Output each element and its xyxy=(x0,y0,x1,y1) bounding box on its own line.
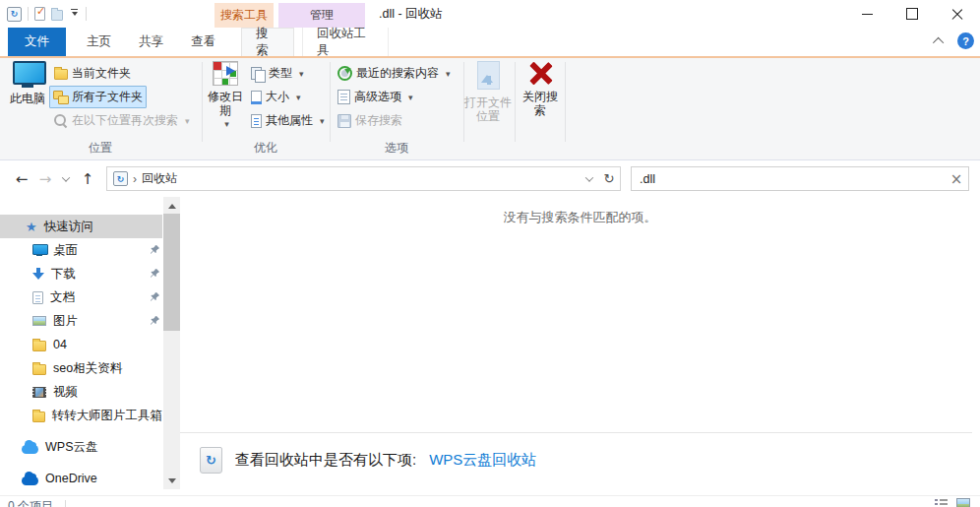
separator xyxy=(65,500,66,507)
recycle-bin-icon xyxy=(200,447,222,474)
body: ★ 快速访问 桌面 下载 文档 xyxy=(0,197,980,495)
new-folder-icon[interactable] xyxy=(51,10,63,21)
tab-share[interactable]: 共享 xyxy=(125,28,177,56)
large-icons-view-icon[interactable] xyxy=(956,498,970,507)
pin-icon[interactable] xyxy=(150,291,160,302)
contextual-header-search-tools[interactable]: 搜索工具 xyxy=(214,3,274,28)
folder-icon xyxy=(54,69,68,80)
pin-icon[interactable] xyxy=(150,315,160,326)
minimize-button[interactable] xyxy=(844,0,889,28)
no-results-message: 没有与搜索条件匹配的项。 xyxy=(180,209,980,226)
up-button[interactable]: ↑ xyxy=(75,170,100,188)
group-label-refine: 优化 xyxy=(203,140,329,157)
date-modified-label: 修改日期 xyxy=(205,90,246,117)
properties-icon[interactable] xyxy=(34,7,45,21)
window-controls xyxy=(844,0,980,28)
recent-locations-dropdown-icon[interactable] xyxy=(57,176,75,182)
sidebar-item-downloads[interactable]: 下载 xyxy=(0,262,162,285)
sidebar-item-onedrive[interactable]: OneDrive xyxy=(0,467,162,490)
address-dropdown-icon[interactable] xyxy=(581,167,598,190)
all-subfolders-button[interactable]: 所有子文件夹 xyxy=(49,86,147,108)
file-list-pane: 没有与搜索条件匹配的项。 查看回收站中是否有以下项: WPS云盘回收站 xyxy=(180,197,980,495)
window-title: .dll - 回收站 xyxy=(379,0,443,28)
date-modified-button[interactable]: 修改日期 xyxy=(205,61,246,131)
ribbon-tab-row: 文件 主页 共享 查看 搜索 回收站工具 xyxy=(0,28,980,56)
open-file-location-icon xyxy=(475,61,501,92)
properties-icon xyxy=(251,114,262,128)
videos-icon xyxy=(32,387,46,398)
close-button[interactable] xyxy=(935,0,980,28)
breadcrumb-chevron-icon: › xyxy=(133,172,137,186)
advanced-options-button[interactable]: 高级选项 xyxy=(335,86,416,108)
tab-recycle-bin-tools[interactable]: 回收站工具 xyxy=(302,28,389,56)
other-properties-button[interactable]: 其他属性 xyxy=(248,109,328,132)
tab-file[interactable]: 文件 xyxy=(8,28,66,56)
sidebar-item-seo[interactable]: seo相关资料 xyxy=(0,356,162,380)
size-button[interactable]: 大小 xyxy=(248,86,304,108)
kind-button[interactable]: 类型 xyxy=(248,62,307,85)
clear-search-icon[interactable]: × xyxy=(945,170,968,188)
tab-view[interactable]: 查看 xyxy=(177,28,229,56)
save-search-button[interactable]: 保存搜索 xyxy=(335,109,405,132)
sidebar-item-wps-cloud[interactable]: WPS云盘 xyxy=(0,435,162,459)
group-separator xyxy=(202,62,203,142)
status-bar: 0 个项目 xyxy=(0,495,980,507)
close-search-button[interactable]: 关闭搜索 xyxy=(519,61,562,117)
forward-button[interactable]: → xyxy=(33,170,57,188)
refresh-icon[interactable]: ↻ xyxy=(598,167,620,190)
contextual-header-manage[interactable]: 管理 xyxy=(278,3,365,28)
search-icon xyxy=(54,114,68,127)
recent-searches-button[interactable]: 最近的搜索内容 xyxy=(335,62,454,85)
scroll-down-icon[interactable] xyxy=(163,473,180,489)
wps-cloud-icon xyxy=(22,445,38,454)
sidebar-scrollbar[interactable] xyxy=(163,197,180,489)
help-icon[interactable] xyxy=(957,32,974,49)
desktop-icon xyxy=(32,244,46,256)
onedrive-icon xyxy=(22,476,38,485)
maximize-button[interactable] xyxy=(889,0,935,28)
breadcrumb[interactable]: › 回收站 xyxy=(107,170,581,187)
group-label-options: 选项 xyxy=(331,140,462,157)
sidebar-item-zhuanzhuan[interactable]: 转转大师图片工具箱 xyxy=(0,404,162,427)
customize-toolbar-dropdown-icon[interactable] xyxy=(69,9,80,19)
navigation-pane: ★ 快速访问 桌面 下载 文档 xyxy=(0,197,180,495)
scroll-up-icon[interactable] xyxy=(163,197,180,214)
wps-recycle-link[interactable]: WPS云盘回收站 xyxy=(429,451,536,470)
quick-access-toolbar xyxy=(0,7,87,22)
open-file-location-label: 打开文件位置 xyxy=(462,95,514,123)
separator xyxy=(86,7,87,21)
details-view-icon[interactable] xyxy=(935,498,948,507)
sidebar-item-videos[interactable]: 视频 xyxy=(0,380,162,404)
search-again-in-button[interactable]: 在以下位置再次搜索 xyxy=(51,109,193,132)
this-pc-button[interactable]: 此电脑 xyxy=(8,61,47,105)
calendar-icon xyxy=(213,61,238,86)
search-box[interactable]: × xyxy=(631,166,969,191)
sidebar-item-pictures[interactable]: 图片 xyxy=(0,309,162,333)
save-icon xyxy=(337,114,351,128)
sidebar-item-04[interactable]: 04 xyxy=(0,333,162,356)
tab-search[interactable]: 搜索 xyxy=(241,28,294,56)
documents-icon xyxy=(32,291,43,304)
tab-home[interactable]: 主页 xyxy=(73,28,125,56)
current-folder-button[interactable]: 当前文件夹 xyxy=(51,62,134,85)
sidebar-item-desktop[interactable]: 桌面 xyxy=(0,238,162,262)
scrollbar-thumb[interactable] xyxy=(163,214,180,331)
advanced-options-icon xyxy=(337,90,350,104)
group-label-location: 位置 xyxy=(2,140,199,157)
contextual-tab-headers: 搜索工具 管理 xyxy=(214,3,365,28)
open-file-location-button[interactable]: 打开文件位置 xyxy=(462,61,514,123)
search-input[interactable] xyxy=(632,172,945,186)
breadcrumb-location[interactable]: 回收站 xyxy=(142,170,177,187)
title-bar: 搜索工具 管理 .dll - 回收站 xyxy=(0,0,980,28)
recycle-bin-icon xyxy=(113,171,128,186)
sidebar-item-documents[interactable]: 文档 xyxy=(0,285,162,309)
group-separator xyxy=(565,62,566,142)
address-bar[interactable]: › 回收站 ↻ xyxy=(106,166,621,191)
folder-icon xyxy=(32,364,46,375)
sidebar-item-quick-access[interactable]: ★ 快速访问 xyxy=(0,215,162,238)
folder-icon xyxy=(32,341,46,351)
back-button[interactable]: ← xyxy=(10,170,33,188)
pin-icon[interactable] xyxy=(150,268,160,279)
pin-icon[interactable] xyxy=(150,244,160,255)
quick-access-star-icon: ★ xyxy=(26,220,37,234)
